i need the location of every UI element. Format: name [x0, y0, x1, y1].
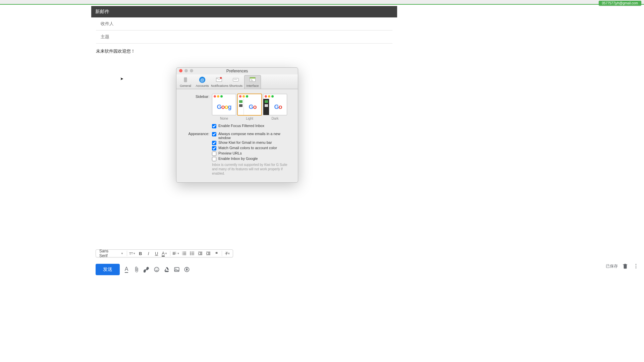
- window-chrome: [0, 0, 644, 4]
- interface-icon: [249, 76, 256, 83]
- checkbox-input[interactable]: [212, 141, 216, 145]
- account-badge[interactable]: 0577577jyh@gmail.com: [599, 1, 641, 6]
- mouse-cursor: ➤: [120, 76, 123, 81]
- compose-title: 新邮件: [91, 6, 397, 17]
- separator: [127, 251, 127, 256]
- at-icon: @: [199, 76, 206, 83]
- tab-label: Accounts: [196, 84, 209, 87]
- checkbox-preview-urls[interactable]: Preview URLs: [212, 151, 292, 156]
- checkbox-label: Always compose new emails in a new windo…: [218, 132, 292, 140]
- svg-point-8: [157, 269, 158, 269]
- checkbox-input[interactable]: [212, 124, 216, 128]
- svg-point-10: [175, 268, 176, 269]
- svg-point-20: [220, 77, 222, 79]
- subject-field[interactable]: 主题: [96, 31, 392, 44]
- align-button[interactable]: ▼: [172, 250, 179, 257]
- sidebar-option-light[interactable]: Go Light: [237, 94, 262, 120]
- tab-notifications[interactable]: Notifications: [211, 75, 227, 89]
- send-button[interactable]: 发送: [96, 264, 120, 275]
- minimize-icon: [184, 69, 188, 72]
- svg-rect-1: [192, 252, 195, 252]
- indent-more-button[interactable]: [205, 250, 212, 257]
- svg-rect-3: [192, 253, 195, 253]
- checkbox-menubar[interactable]: Show Kiwi for Gmail in menu bar: [212, 140, 292, 145]
- svg-rect-16: [184, 77, 187, 82]
- font-family-select[interactable]: Sans Serif ▼: [98, 249, 125, 258]
- option-label: Dark: [263, 117, 287, 120]
- svg-rect-27: [251, 79, 253, 80]
- recipients-field[interactable]: 收件人: [96, 17, 392, 31]
- compose-body[interactable]: 未来软件园欢迎您！: [91, 44, 397, 59]
- separator: [170, 251, 170, 256]
- tab-shortcuts[interactable]: Shortcuts: [227, 75, 244, 89]
- text-color-button[interactable]: A▼: [161, 250, 168, 257]
- font-family-label: Sans Serif: [99, 249, 115, 258]
- underline-button[interactable]: U: [153, 250, 160, 257]
- confidential-icon[interactable]: [183, 266, 190, 273]
- svg-point-6: [154, 267, 159, 272]
- attach-icon[interactable]: [133, 266, 140, 273]
- preferences-body: Sidebar: Goog None: [176, 89, 298, 182]
- checkbox-input[interactable]: [212, 146, 216, 150]
- more-icon[interactable]: [633, 263, 639, 269]
- sidebar-label: Sidebar:: [182, 94, 212, 129]
- accent-line: [0, 4, 644, 5]
- text-format-icon[interactable]: A: [123, 266, 130, 273]
- zoom-icon: [190, 69, 193, 72]
- svg-text:@: @: [200, 78, 204, 82]
- mail-icon: [215, 76, 223, 83]
- svg-point-4: [190, 254, 191, 255]
- svg-rect-24: [236, 79, 237, 80]
- keyboard-icon: [232, 76, 239, 83]
- emoji-icon[interactable]: [153, 266, 160, 273]
- checkbox-input[interactable]: [212, 132, 216, 136]
- link-icon[interactable]: [143, 266, 150, 273]
- app-icon: [182, 76, 189, 83]
- preferences-window: Preferences General @ Accounts Notificat…: [176, 67, 298, 183]
- discard-icon[interactable]: [622, 263, 629, 269]
- numbered-list-button[interactable]: [181, 250, 187, 257]
- checkbox-label: Show Kiwi for Gmail in menu bar: [218, 140, 272, 144]
- preferences-tabs: General @ Accounts Notifications Shortcu…: [176, 74, 298, 89]
- clear-format-button[interactable]: T×: [224, 250, 231, 257]
- svg-rect-22: [234, 79, 235, 80]
- italic-button[interactable]: I: [145, 250, 152, 257]
- checkbox-label: Preview URLs: [218, 151, 242, 155]
- option-label: Light: [237, 117, 262, 120]
- svg-point-0: [190, 252, 191, 253]
- checkbox-input[interactable]: [212, 152, 216, 156]
- quote-button[interactable]: ❝: [213, 250, 220, 257]
- tab-interface[interactable]: Interface: [244, 75, 261, 89]
- svg-point-7: [156, 269, 156, 269]
- checkbox-enable-inbox[interactable]: Enable Inbox by Google: [212, 157, 292, 161]
- svg-point-2: [190, 253, 191, 254]
- checkbox-label: Match Gmail colors to account color: [218, 146, 277, 150]
- font-size-button[interactable]: тT▼: [129, 250, 136, 257]
- drive-icon[interactable]: [163, 266, 170, 273]
- checkbox-new-window[interactable]: Always compose new emails in a new windo…: [212, 132, 292, 140]
- tab-accounts[interactable]: @ Accounts: [194, 75, 211, 89]
- chevron-down-icon: ▼: [121, 252, 123, 255]
- separator: [222, 251, 222, 256]
- bold-button[interactable]: B: [137, 250, 144, 257]
- window-traffic-lights[interactable]: [179, 69, 193, 72]
- svg-rect-26: [250, 77, 256, 79]
- svg-point-13: [636, 264, 636, 265]
- checkbox-label: Enable Focus Filtered Inbox: [218, 124, 264, 128]
- preferences-titlebar[interactable]: Preferences: [176, 68, 298, 74]
- sidebar-option-none[interactable]: Goog None: [212, 94, 236, 120]
- svg-point-15: [636, 267, 636, 268]
- checkbox-match-colors[interactable]: Match Gmail colors to account color: [212, 146, 292, 150]
- sidebar-option-dark[interactable]: Go Dark: [263, 94, 287, 120]
- tab-general[interactable]: General: [177, 75, 194, 89]
- image-icon[interactable]: [173, 266, 180, 273]
- tab-label: Interface: [247, 84, 259, 87]
- checkbox-enable-focus[interactable]: Enable Focus Filtered Inbox: [212, 124, 292, 128]
- close-icon[interactable]: [179, 69, 182, 72]
- checkbox-input[interactable]: [212, 157, 216, 161]
- indent-less-button[interactable]: [197, 250, 204, 257]
- bullet-list-button[interactable]: [189, 250, 196, 257]
- tab-label: Notifications: [211, 84, 228, 87]
- svg-rect-12: [186, 269, 188, 271]
- chevron-down-icon: ▼: [133, 252, 136, 255]
